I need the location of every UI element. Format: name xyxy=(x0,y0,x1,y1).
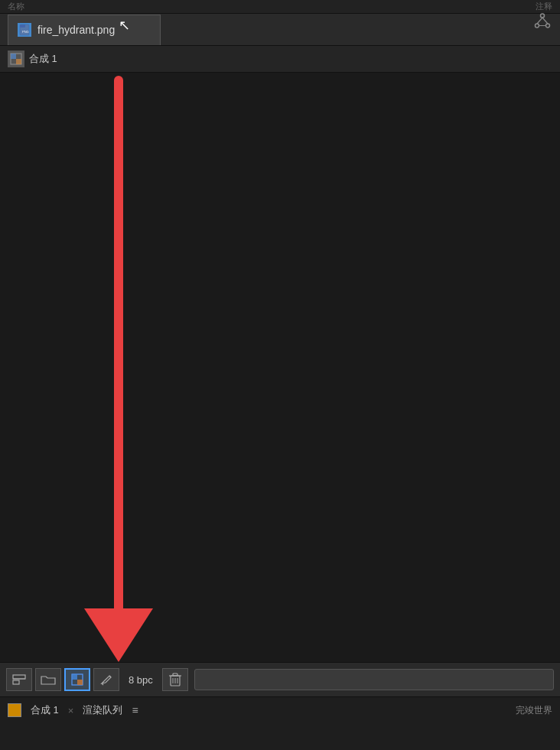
toolbar-btn-split[interactable] xyxy=(6,668,32,691)
svg-point-5 xyxy=(546,24,550,28)
channel-selector[interactable] xyxy=(194,669,554,690)
status-close-x[interactable]: × xyxy=(68,705,74,716)
svg-point-4 xyxy=(536,24,539,28)
svg-rect-1 xyxy=(20,24,25,28)
status-world-label: 完竣世界 xyxy=(516,704,552,717)
col-header-name: 名称 xyxy=(8,1,536,12)
svg-line-6 xyxy=(537,18,542,24)
svg-rect-14 xyxy=(13,675,25,679)
col-header-note: 注释 xyxy=(536,1,552,12)
top-bar: 名称 注释 PNG fire_hydrant.png ↖ xyxy=(0,0,560,46)
svg-rect-24 xyxy=(173,673,177,676)
svg-rect-18 xyxy=(72,674,77,680)
file-tab-icon: PNG xyxy=(18,23,31,37)
svg-point-3 xyxy=(541,14,545,18)
svg-text:PNG: PNG xyxy=(22,30,29,34)
status-color-swatch xyxy=(8,703,21,717)
toolbar-btn-delete[interactable] xyxy=(162,668,188,691)
status-menu-icon[interactable]: ≡ xyxy=(132,704,138,716)
arrow-annotation xyxy=(0,73,560,662)
svg-line-7 xyxy=(542,18,548,24)
toolbar-btn-folder[interactable] xyxy=(35,668,61,691)
status-tab-label[interactable]: 合成 1 xyxy=(31,703,59,717)
status-queue-label[interactable]: 渲染队列 xyxy=(83,703,122,717)
composite-icon xyxy=(8,51,24,67)
svg-line-21 xyxy=(102,683,103,685)
toolbar-btn-pen[interactable] xyxy=(93,668,119,691)
svg-rect-10 xyxy=(11,54,16,59)
file-tab[interactable]: PNG fire_hydrant.png xyxy=(8,15,161,45)
bottom-toolbar: 8 bpc xyxy=(0,662,560,696)
svg-marker-13 xyxy=(84,608,153,662)
svg-line-20 xyxy=(109,676,111,677)
composite-label: 合成 1 xyxy=(29,52,57,66)
status-bar: 合成 1 × 渲染队列 ≡ 完竣世界 xyxy=(0,696,560,723)
canvas-area[interactable] xyxy=(0,73,560,662)
network-icon[interactable] xyxy=(534,12,551,33)
svg-rect-11 xyxy=(16,59,21,64)
svg-rect-19 xyxy=(77,680,83,685)
composite-bar: 合成 1 xyxy=(0,46,560,73)
svg-rect-15 xyxy=(13,680,19,684)
toolbar-btn-composition[interactable] xyxy=(64,668,90,691)
bpc-label: 8 bpc xyxy=(122,674,159,686)
file-tab-name: fire_hydrant.png xyxy=(37,24,115,36)
